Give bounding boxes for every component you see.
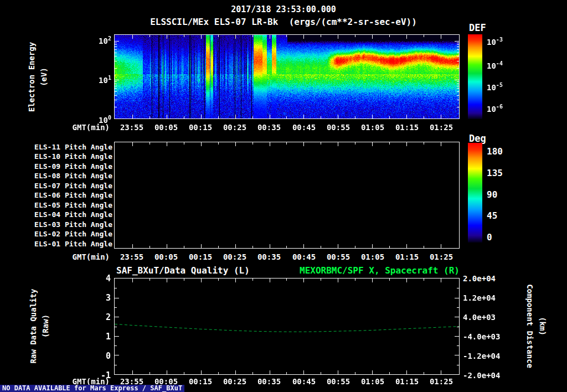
tick-mark — [321, 142, 321, 145]
def-colorbar-tick: 10-5 — [487, 82, 503, 92]
quality-tick-label: 2 — [106, 312, 111, 322]
tick-mark — [338, 244, 338, 248]
tick-mark — [115, 56, 117, 56]
pitch-row-label: ELS-07 Pitch Angle — [34, 182, 112, 190]
pitch-row-label: ELS-09 Pitch Angle — [34, 162, 112, 171]
tick-mark — [338, 278, 338, 282]
tick-mark — [455, 41, 459, 42]
tick-mark — [115, 95, 117, 96]
tick-mark — [115, 317, 119, 317]
tick-mark — [218, 246, 219, 248]
tick-mark — [115, 91, 117, 92]
tick-mark — [372, 244, 373, 248]
tick-mark — [457, 49, 459, 50]
plot-screen: 2017/318 23:53:00.000 ELSSCIL/MEx ELS-07… — [0, 0, 567, 392]
x-tick-label: 23:55 — [120, 252, 143, 261]
tick-mark — [457, 86, 459, 86]
tick-mark — [150, 142, 150, 145]
tick-mark — [132, 142, 133, 146]
tick-mark — [150, 278, 150, 281]
tick-mark — [201, 35, 202, 39]
tick-mark — [286, 278, 287, 281]
tick-mark — [321, 246, 321, 248]
tick-mark — [457, 307, 459, 308]
pitch-row-label: ELS-06 Pitch Angle — [34, 191, 112, 199]
tick-mark — [115, 327, 117, 327]
tick-mark — [115, 100, 117, 100]
tick-mark — [218, 35, 219, 37]
energy-axis-label: Electron Energy — [27, 42, 36, 112]
tick-mark — [115, 345, 117, 346]
distance-axis-label: Component Distance — [525, 284, 534, 368]
tick-base: 10 — [99, 37, 108, 45]
tick-mark — [286, 116, 287, 118]
x-tick-label: 00:55 — [327, 123, 350, 132]
tick-mark — [372, 370, 373, 374]
tick-mark — [252, 116, 253, 118]
tick-mark — [218, 116, 219, 118]
x-tick-label: 00:35 — [257, 123, 281, 132]
tick-exp: 1 — [108, 75, 111, 81]
no-data-banner: NO DATA AVAILABLE for Mars Express / SAF… — [0, 385, 184, 392]
tick-mark — [201, 142, 202, 146]
tick-mark — [167, 115, 167, 118]
tick-mark — [150, 116, 150, 118]
tick-mark — [184, 35, 184, 37]
deg-colorbar-tick: 135 — [487, 168, 503, 178]
tick-mark — [115, 288, 117, 288]
tick-exp: 0 — [108, 115, 111, 121]
x-axis-label: GMT(min) — [73, 252, 110, 261]
x-tick-label: 23:55 — [120, 123, 143, 132]
tick-mark — [132, 244, 133, 248]
pitch-row-label: ELS-04 Pitch Angle — [34, 210, 112, 219]
tick-mark — [457, 107, 459, 107]
tick-mark — [270, 115, 270, 118]
tick-mark — [286, 142, 287, 145]
tick-mark — [150, 372, 150, 374]
tick-mark — [270, 244, 270, 248]
tick-mark — [457, 44, 459, 45]
tick-mark — [218, 278, 219, 281]
tick-mark — [115, 86, 117, 86]
energy-tick: 102 — [99, 35, 111, 45]
def-colorbar-tick: 10-6 — [487, 104, 503, 114]
tick-mark — [457, 365, 459, 365]
tick-exp: -4 — [496, 60, 503, 66]
tick-mark — [115, 61, 117, 61]
tick-mark — [455, 336, 459, 337]
x-tick-label: 01:25 — [430, 123, 453, 132]
tick-exp: 2 — [108, 35, 111, 42]
x-tick-label: 00:55 — [327, 252, 350, 261]
tick-mark — [167, 244, 167, 248]
x-tick-label: 00:15 — [189, 123, 212, 132]
tick-mark — [150, 246, 150, 248]
distance-axis-units: (km) — [538, 317, 547, 336]
x-tick-label: 01:05 — [361, 377, 384, 386]
tick-mark — [424, 372, 424, 374]
tick-mark — [321, 116, 321, 118]
quality-tick-label: 1 — [106, 332, 111, 342]
tick-mark — [252, 246, 253, 248]
tick-mark — [303, 35, 304, 39]
tick-mark — [115, 84, 117, 84]
tick-mark — [270, 278, 270, 282]
line-plot-panel — [114, 278, 460, 375]
tick-mark — [115, 355, 119, 355]
pitch-angle-panel — [114, 142, 460, 249]
tick-mark — [338, 35, 338, 39]
tick-mark — [441, 370, 441, 374]
tick-mark — [424, 246, 424, 248]
tick-mark — [115, 49, 117, 50]
tick-mark — [235, 278, 236, 282]
distance-tick-label: 1.2e+04 — [463, 293, 496, 302]
tick-mark — [406, 244, 407, 248]
tick-mark — [167, 35, 167, 39]
tick-mark — [132, 278, 133, 282]
tick-mark — [286, 35, 287, 37]
distance-tick-label: 2.0e+04 — [463, 274, 496, 283]
quality-tick-label: 4 — [106, 274, 111, 283]
tick-mark — [389, 142, 390, 145]
tick-mark — [201, 278, 202, 282]
tick-mark — [441, 278, 441, 282]
tick-base: 10 — [487, 61, 496, 70]
